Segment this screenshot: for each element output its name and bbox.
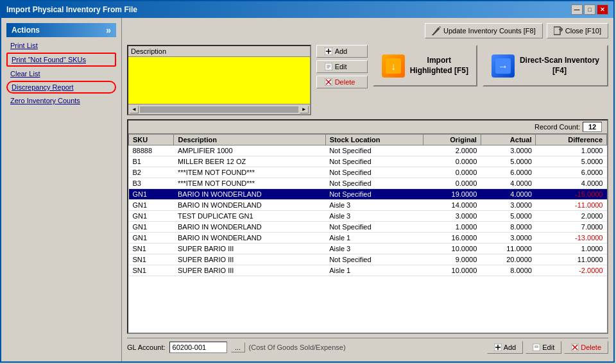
gl-description: (Cost Of Goods Sold/Expense): [249, 343, 346, 351]
maximize-button[interactable]: □: [584, 4, 595, 15]
sidebar-item-print-list[interactable]: Print List: [6, 40, 116, 51]
table-row[interactable]: B3 ***ITEM NOT FOUND*** Not Specified 0.…: [129, 178, 607, 189]
cell-location: Not Specified: [325, 167, 423, 178]
col-difference: Difference: [536, 135, 607, 145]
cell-description: ***ITEM NOT FOUND***: [174, 178, 325, 189]
bottom-edit-icon: [533, 343, 540, 351]
cell-original: 3.0000: [423, 211, 481, 222]
table-row[interactable]: GN1 BARIO IN WONDERLAND Not Specified 1.…: [129, 222, 607, 233]
bottom-edit-button[interactable]: Edit: [526, 341, 561, 354]
add-item-button[interactable]: Add: [316, 45, 368, 58]
cell-description: SUPER BARIO III: [174, 265, 325, 276]
cell-location: Aisle 3: [325, 211, 423, 222]
table-row[interactable]: B2 ***ITEM NOT FOUND*** Not Specified 0.…: [129, 167, 607, 178]
table-row[interactable]: GN1 BARIO IN WONDERLAND Aisle 3 14.0000 …: [129, 200, 607, 211]
cell-location: Aisle 3: [325, 244, 423, 254]
import-highlighted-button[interactable]: ↓ ImportHighlighted [F5]: [373, 45, 477, 87]
table-row[interactable]: GN1 TEST DUPLICATE GN1 Aisle 3 3.0000 5.…: [129, 211, 607, 222]
delete-item-button[interactable]: Delete: [316, 76, 368, 88]
col-stock-location: Stock Location: [325, 135, 423, 145]
direct-scan-label: Direct-Scan Inventory[F4]: [520, 56, 599, 76]
description-list[interactable]: Description ◄ ►: [127, 45, 311, 115]
cell-sku: B3: [129, 178, 174, 189]
cell-actual: 4.0000: [481, 189, 536, 200]
cell-difference: 11.0000: [536, 254, 607, 265]
sidebar-title: Actions: [12, 26, 40, 35]
table-row[interactable]: SN1 SUPER BARIO III Aisle 1 10.0000 8.00…: [129, 265, 607, 276]
cell-location: Not Specified: [325, 222, 423, 233]
gl-account-label: GL Account:: [127, 343, 166, 351]
record-count-label: Record Count:: [535, 123, 580, 131]
cell-location: Aisle 1: [325, 265, 423, 276]
cell-difference: 4.0000: [536, 178, 607, 189]
inventory-table: SKU Description Stock Location Original …: [128, 134, 607, 276]
cell-original: 14.0000: [423, 200, 481, 211]
cell-description: ***ITEM NOT FOUND***: [174, 167, 325, 178]
cell-location: Not Specified: [325, 145, 423, 156]
cell-original: 16.0000: [423, 233, 481, 244]
bottom-add-icon: [494, 343, 502, 351]
table-row[interactable]: GN1 BARIO IN WONDERLAND Aisle 1 16.0000 …: [129, 233, 607, 244]
cell-difference: -15.0000: [536, 189, 607, 200]
cell-description: BARIO IN WONDERLAND: [174, 233, 325, 244]
top-toolbar: Update Inventory Counts [F8] Close [F10]: [127, 23, 608, 38]
record-count-value: 12: [583, 122, 602, 132]
table-row[interactable]: GN1 BARIO IN WONDERLAND Not Specified 19…: [129, 189, 607, 200]
sidebar-item-discrepancy-report[interactable]: Discrepancy Report: [6, 81, 116, 94]
exit-icon: [554, 26, 563, 35]
minimize-button[interactable]: —: [571, 4, 583, 15]
cell-description: MILLER BEER 12 OZ: [174, 156, 325, 167]
cell-sku: GN1: [129, 189, 174, 200]
cell-actual: 5.0000: [481, 156, 536, 167]
cell-sku: B1: [129, 156, 174, 167]
cell-original: 0.0000: [423, 178, 481, 189]
cell-original: 9.0000: [423, 254, 481, 265]
col-description: Description: [174, 135, 325, 145]
cell-sku: B2: [129, 167, 174, 178]
pencil-icon: [432, 26, 441, 35]
gl-browse-button[interactable]: ...: [231, 342, 245, 352]
table-row[interactable]: SN1 SUPER BARIO III Aisle 3 10.0000 11.0…: [129, 244, 607, 254]
sidebar-item-clear-list[interactable]: Clear List: [6, 68, 116, 79]
svg-text:→: →: [498, 61, 508, 72]
cell-original: 19.0000: [423, 189, 481, 200]
close-button[interactable]: Close [F10]: [547, 23, 608, 38]
cell-difference: 1.0000: [536, 145, 607, 156]
horizontal-scrollbar[interactable]: ◄ ►: [128, 104, 310, 114]
cell-sku: 88888: [129, 145, 174, 156]
delete-icon: [325, 78, 332, 86]
bottom-delete-button[interactable]: Delete: [564, 341, 608, 354]
cell-original: 2.0000: [423, 145, 481, 156]
table-row[interactable]: 88888 AMPLIFIER 1000 Not Specified 2.000…: [129, 145, 607, 156]
table-scroll-wrapper[interactable]: SKU Description Stock Location Original …: [128, 134, 607, 333]
cell-location: Not Specified: [325, 254, 423, 265]
table-row[interactable]: B1 MILLER BEER 12 OZ Not Specified 0.000…: [129, 156, 607, 167]
cell-original: 0.0000: [423, 156, 481, 167]
cell-original: 10.0000: [423, 265, 481, 276]
direct-scan-icon: →: [492, 54, 515, 78]
close-window-button[interactable]: ✕: [597, 4, 608, 15]
edit-item-button[interactable]: Edit: [316, 60, 368, 73]
cell-difference: 6.0000: [536, 167, 607, 178]
window-title: Import Physical Inventory From File: [6, 5, 137, 14]
table-row[interactable]: SN1 SUPER BARIO III Not Specified 9.0000…: [129, 254, 607, 265]
scroll-track[interactable]: [140, 106, 298, 113]
cell-actual: 4.0000: [481, 178, 536, 189]
direct-scan-button[interactable]: → Direct-Scan Inventory[F4]: [483, 45, 608, 87]
scroll-right-arrow[interactable]: ►: [300, 106, 309, 113]
scroll-left-arrow[interactable]: ◄: [130, 106, 139, 113]
update-inventory-button[interactable]: Update Inventory Counts [F8]: [425, 23, 543, 38]
cell-sku: GN1: [129, 233, 174, 244]
sidebar-item-zero-inventory[interactable]: Zero Inventory Counts: [6, 95, 116, 106]
cell-actual: 20.0000: [481, 254, 536, 265]
sidebar-item-print-not-found[interactable]: Print "Not Found" SKUs: [6, 53, 116, 67]
cell-original: 1.0000: [423, 222, 481, 233]
add-icon: [325, 47, 332, 55]
cell-difference: 1.0000: [536, 244, 607, 254]
bottom-add-button[interactable]: Add: [487, 341, 524, 354]
gl-account-input[interactable]: [169, 342, 227, 353]
cell-difference: 2.0000: [536, 211, 607, 222]
sidebar-collapse-icon[interactable]: »: [106, 25, 111, 35]
main-content: Update Inventory Counts [F8] Close [F10]: [122, 18, 613, 361]
cell-sku: SN1: [129, 254, 174, 265]
